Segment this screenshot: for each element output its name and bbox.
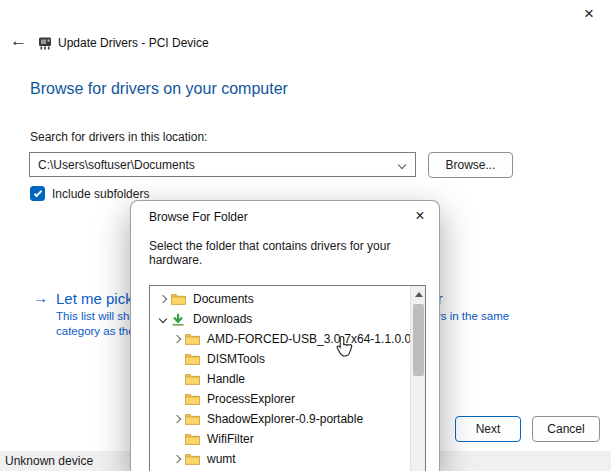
tree-item[interactable]: Documents <box>150 289 410 309</box>
tree-item[interactable]: ProcessExplorer <box>150 389 410 409</box>
combobox-dropdown-button[interactable] <box>389 162 415 168</box>
folder-icon <box>185 333 205 345</box>
tree-expand-chevron-icon[interactable] <box>154 316 171 322</box>
dialog-instruction: Select the folder that contains drivers … <box>149 239 419 267</box>
include-subfolders-label: Include subfolders <box>52 187 149 201</box>
folder-icon <box>185 353 205 365</box>
folder-tree: Documents Downloads <box>149 285 426 471</box>
tree-item[interactable]: DISMTools <box>150 349 410 369</box>
driver-path-value[interactable]: C:\Users\softuser\Documents <box>30 158 389 172</box>
include-subfolders-row[interactable]: Include subfolders <box>30 186 149 201</box>
dialog-close-button[interactable]: × <box>405 203 435 229</box>
status-text: Unknown device <box>5 454 93 468</box>
close-icon: × <box>584 4 594 24</box>
chevron-down-icon <box>398 160 406 168</box>
tree-item-label[interactable]: Handle <box>205 372 245 386</box>
scroll-up-arrow-icon <box>415 292 423 297</box>
close-icon: × <box>415 207 424 225</box>
tree-item-label[interactable]: Downloads <box>191 312 252 326</box>
tree-item-label[interactable]: Documents <box>191 292 254 306</box>
folder-icon <box>185 373 205 385</box>
tree-item[interactable]: AMD-FORCED-USB_3.0-7x64-1.1.0.0210_ <box>150 329 410 349</box>
folder-icon <box>171 313 191 326</box>
tree-item-label[interactable]: WifiFilter <box>205 432 254 446</box>
driver-path-combobox[interactable]: C:\Users\softuser\Documents <box>29 152 416 177</box>
tree-scrollbar[interactable] <box>410 286 425 471</box>
tree-expand-chevron-icon[interactable] <box>168 416 185 422</box>
tree-item[interactable]: wumt <box>150 449 410 469</box>
scrollbar-thumb[interactable] <box>413 304 424 376</box>
folder-icon <box>171 293 191 305</box>
tree-expand-chevron-icon[interactable] <box>168 396 185 402</box>
browse-for-folder-dialog: Browse For Folder × Select the folder th… <box>130 200 440 471</box>
window-close-button[interactable]: × <box>572 0 606 28</box>
driver-device-icon <box>37 35 53 55</box>
tree-item[interactable]: Handle <box>150 369 410 389</box>
scroll-up-button[interactable] <box>411 286 426 302</box>
cancel-button[interactable]: Cancel <box>532 416 600 442</box>
folder-icon <box>185 433 205 445</box>
tree-expand-chevron-icon[interactable] <box>168 436 185 442</box>
page-heading: Browse for drivers on your computer <box>30 80 288 98</box>
pick-link-arrow-icon: → <box>33 289 48 306</box>
tree-expand-chevron-icon[interactable] <box>168 376 185 382</box>
tree-item-label[interactable]: wumt <box>205 452 236 466</box>
tree-expand-chevron-icon[interactable] <box>154 296 171 302</box>
dialog-title: Browse For Folder <box>149 210 248 224</box>
back-arrow-icon[interactable]: ← <box>10 31 27 51</box>
tree-expand-chevron-icon[interactable] <box>168 336 185 342</box>
folder-tree-rows: Documents Downloads <box>150 289 410 469</box>
next-button[interactable]: Next <box>455 416 521 442</box>
tree-item[interactable]: Downloads <box>150 309 410 329</box>
screen: Unknown device × ← Update Drivers - PCI … <box>0 0 611 471</box>
search-location-label: Search for drivers in this location: <box>30 130 207 144</box>
tree-item-label[interactable]: ProcessExplorer <box>205 392 295 406</box>
tree-item-label[interactable]: AMD-FORCED-USB_3.0-7x64-1.1.0.0210_ <box>205 332 426 346</box>
browse-button[interactable]: Browse... <box>428 152 513 178</box>
include-subfolders-checkbox[interactable] <box>30 186 45 201</box>
checkmark-icon <box>33 188 41 196</box>
folder-icon <box>185 393 205 405</box>
tree-item-label[interactable]: ShadowExplorer-0.9-portable <box>205 412 363 426</box>
folder-icon <box>185 453 205 465</box>
tree-expand-chevron-icon[interactable] <box>168 356 185 362</box>
folder-icon <box>185 413 205 425</box>
window-title: Update Drivers - PCI Device <box>58 36 209 50</box>
tree-item-label[interactable]: DISMTools <box>205 352 265 366</box>
tree-item[interactable]: WifiFilter <box>150 429 410 449</box>
tree-expand-chevron-icon[interactable] <box>168 456 185 462</box>
tree-item[interactable]: ShadowExplorer-0.9-portable <box>150 409 410 429</box>
